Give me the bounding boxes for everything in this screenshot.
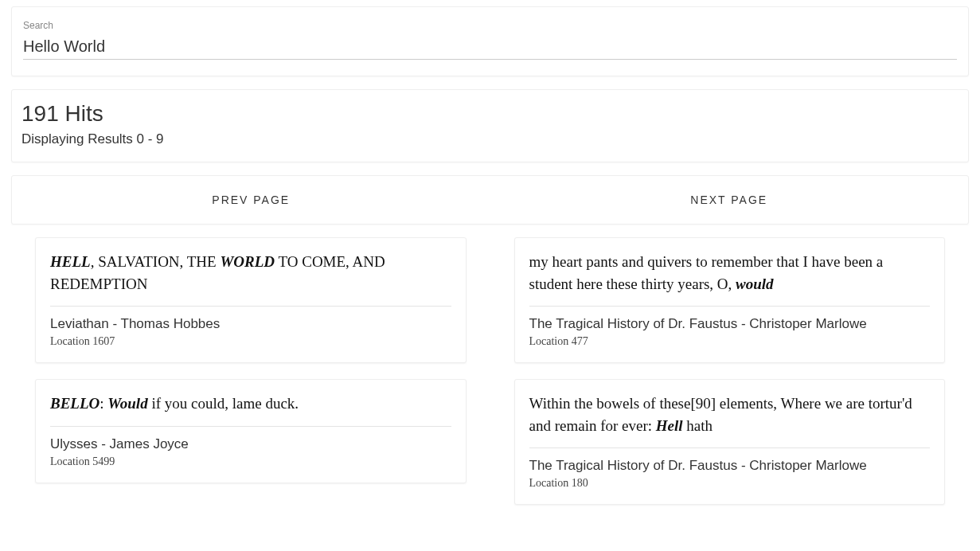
result-source: The Tragical History of Dr. Faustus - Ch…: [529, 316, 931, 332]
result-source: Leviathan - Thomas Hobbes: [50, 316, 451, 332]
next-page-button[interactable]: NEXT PAGE: [490, 193, 969, 206]
result-quote: my heart pants and quivers to remember t…: [529, 251, 931, 295]
result-location: Location 180: [529, 477, 931, 490]
result-card[interactable]: my heart pants and quivers to remember t…: [514, 237, 946, 363]
divider: [529, 447, 931, 448]
search-card: Search: [11, 6, 969, 76]
result-card[interactable]: Within the bowels of these[90] elements,…: [514, 379, 946, 505]
search-label: Search: [23, 20, 957, 31]
result-location: Location 1607: [50, 335, 451, 348]
result-card[interactable]: BELLO: Would if you could, lame duck.Uly…: [35, 379, 467, 483]
results-grid: HELL, SALVATION, THE WORLD TO COME, AND …: [11, 237, 969, 505]
divider: [50, 426, 451, 427]
hits-summary-card: 191 Hits Displaying Results 0 - 9: [11, 89, 969, 162]
hits-count: 191 Hits: [21, 101, 959, 127]
result-location: Location 477: [529, 335, 931, 348]
hits-range: Displaying Results 0 - 9: [21, 131, 959, 147]
prev-page-button[interactable]: PREV PAGE: [12, 193, 490, 206]
result-source: Ulysses - James Joyce: [50, 436, 451, 452]
result-location: Location 5499: [50, 455, 451, 468]
divider: [529, 306, 931, 307]
result-source: The Tragical History of Dr. Faustus - Ch…: [529, 458, 931, 474]
result-quote: Within the bowels of these[90] elements,…: [529, 393, 931, 436]
results-column-left: HELL, SALVATION, THE WORLD TO COME, AND …: [35, 237, 467, 505]
search-input[interactable]: [23, 31, 957, 60]
results-column-right: my heart pants and quivers to remember t…: [514, 237, 946, 505]
result-card[interactable]: HELL, SALVATION, THE WORLD TO COME, AND …: [35, 237, 467, 363]
pagination-card: PREV PAGE NEXT PAGE: [11, 175, 969, 225]
result-quote: BELLO: Would if you could, lame duck.: [50, 393, 451, 415]
divider: [50, 306, 451, 307]
result-quote: HELL, SALVATION, THE WORLD TO COME, AND …: [50, 251, 451, 295]
